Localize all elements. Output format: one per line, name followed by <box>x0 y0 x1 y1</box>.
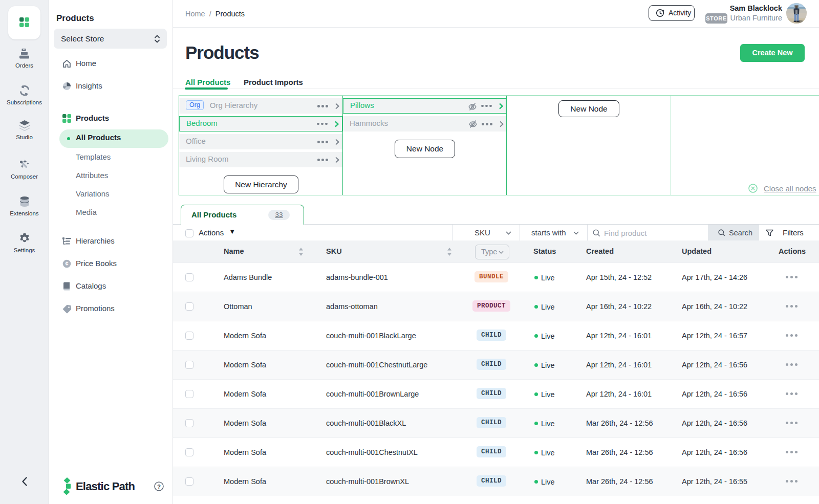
svg-text:?: ? <box>157 484 161 490</box>
svg-text:¢: ¢ <box>65 260 68 267</box>
